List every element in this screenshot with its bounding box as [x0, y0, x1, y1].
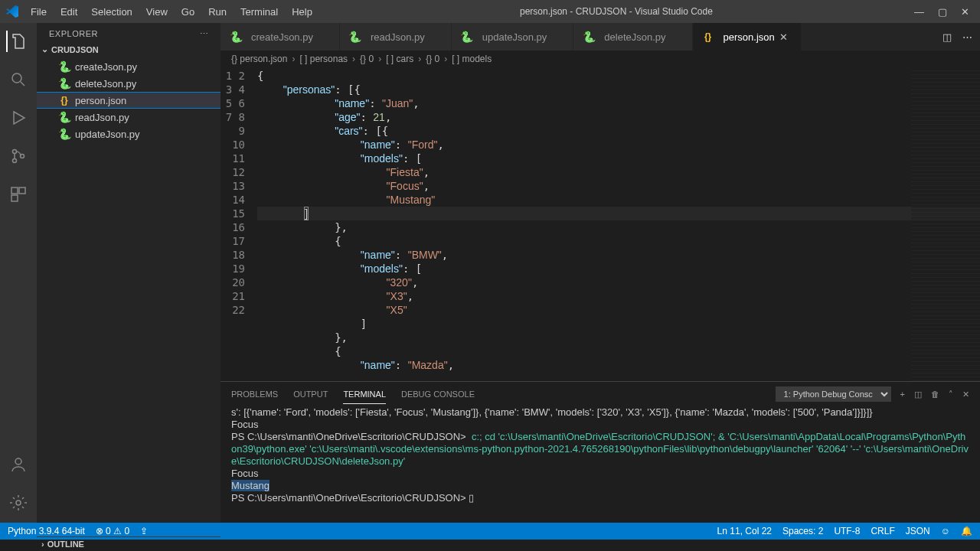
menu-selection[interactable]: Selection [85, 3, 138, 21]
py-file-icon [58, 77, 70, 90]
breadcrumb-segment[interactable]: [ ] cars [386, 54, 413, 64]
file-person.json[interactable]: person.json [37, 92, 220, 109]
status-eol[interactable]: CRLF [871, 526, 894, 536]
project-header[interactable]: ⌄ CRUDJSON [37, 42, 220, 57]
line-gutter: 1 2 3 4 5 6 7 8 9 10 11 12 13 14 15 16 1… [220, 67, 257, 381]
files-icon[interactable] [6, 31, 28, 52]
split-terminal-icon[interactable]: ◫ [914, 385, 922, 404]
panel-tab-problems[interactable]: PROBLEMS [231, 385, 278, 403]
chevron-right-icon: › [41, 540, 44, 549]
status-encoding[interactable]: UTF-8 [834, 526, 860, 536]
panel-tab-debug console[interactable]: DEBUG CONSOLE [401, 385, 475, 403]
tab-readJson.py[interactable]: readJson.py✕ [340, 23, 452, 51]
svg-point-8 [16, 500, 21, 505]
tab-updateJson.py[interactable]: updateJson.py✕ [452, 23, 574, 51]
explorer-more-icon[interactable]: ⋯ [200, 29, 209, 39]
explorer-sidebar: EXPLORER ⋯ ⌄ CRUDJSON createJson.pydelet… [37, 23, 220, 523]
py-file-icon [58, 60, 70, 73]
menu-bar: FileEditSelectionViewGoRunTerminalHelp [24, 3, 318, 21]
status-feedback-icon[interactable]: ☺ [941, 526, 950, 536]
trash-icon[interactable]: 🗑 [931, 385, 939, 403]
svg-rect-6 [11, 195, 18, 201]
svg-point-1 [13, 150, 17, 154]
maximize-icon[interactable]: ▢ [938, 6, 947, 18]
status-cursor[interactable]: Ln 11, Col 22 [717, 526, 772, 536]
svg-point-7 [15, 458, 21, 465]
editor-more-icon[interactable]: ⋯ [962, 31, 972, 43]
status-lang[interactable]: JSON [906, 526, 930, 536]
svg-point-0 [12, 73, 21, 83]
status-share-icon[interactable]: ⇪ [140, 526, 148, 536]
breadcrumb[interactable]: {} person.json›[ ] personas›{} 0›[ ] car… [220, 51, 980, 67]
close-icon[interactable]: ✕ [961, 6, 969, 18]
source-control-icon[interactable] [8, 145, 29, 167]
outline-section[interactable]: › OUTLINE [37, 536, 220, 551]
file-updateJson.py[interactable]: updateJson.py [37, 126, 220, 142]
py-file-icon [349, 31, 361, 43]
vscode-logo-icon [6, 5, 18, 18]
svg-point-2 [13, 159, 17, 163]
minimize-icon[interactable]: — [914, 6, 924, 18]
breadcrumb-segment[interactable]: {} 0 [360, 54, 374, 64]
status-spaces[interactable]: Spaces: 2 [782, 526, 823, 536]
menu-run[interactable]: Run [202, 3, 233, 21]
window-title: person.json - CRUDJSON - Visual Studio C… [318, 6, 914, 17]
menu-file[interactable]: File [24, 3, 53, 21]
panel-tab-output[interactable]: OUTPUT [293, 385, 328, 403]
status-bell-icon[interactable]: 🔔 [961, 526, 972, 536]
py-file-icon [58, 128, 70, 140]
svg-rect-5 [19, 187, 25, 194]
split-editor-icon[interactable]: ◫ [942, 31, 952, 43]
menu-edit[interactable]: Edit [54, 3, 83, 21]
tab-createJson.py[interactable]: createJson.py✕ [220, 23, 340, 51]
status-problems[interactable]: ⊗ 0 ⚠ 0 [96, 526, 129, 536]
json-file-icon [58, 94, 70, 106]
svg-rect-4 [11, 187, 18, 194]
py-file-icon [583, 31, 595, 43]
breadcrumb-segment[interactable]: {} person.json [231, 54, 287, 64]
py-file-icon [230, 31, 242, 43]
breadcrumb-segment[interactable]: {} 0 [426, 54, 439, 64]
py-file-icon [461, 31, 473, 43]
new-terminal-icon[interactable]: + [900, 385, 905, 403]
menu-terminal[interactable]: Terminal [234, 3, 284, 21]
json-file-icon [702, 31, 714, 43]
code-editor[interactable]: { "personas": [{ "name": "Juan", "age": … [257, 67, 980, 381]
settings-gear-icon[interactable] [8, 492, 29, 514]
status-python[interactable]: Python 3.9.4 64-bit [8, 526, 85, 536]
chevron-up-icon[interactable]: ˄ [949, 385, 953, 404]
tab-person.json[interactable]: person.json✕ [693, 23, 802, 51]
py-file-icon [58, 111, 70, 123]
debug-icon[interactable] [8, 107, 29, 129]
menu-go[interactable]: Go [175, 3, 201, 21]
minimap[interactable] [911, 67, 980, 381]
terminal-selector[interactable]: 1: Python Debug Consc [776, 386, 891, 402]
chevron-down-icon: ⌄ [41, 44, 48, 54]
search-icon[interactable] [8, 69, 29, 90]
file-createJson.py[interactable]: createJson.py [37, 58, 220, 75]
explorer-label: EXPLORER [49, 29, 98, 39]
extensions-icon[interactable] [8, 184, 29, 205]
menu-help[interactable]: Help [286, 3, 318, 21]
breadcrumb-segment[interactable]: [ ] personas [299, 54, 348, 64]
breadcrumb-segment[interactable]: [ ] models [452, 54, 492, 64]
file-deleteJson.py[interactable]: deleteJson.py [37, 75, 220, 92]
menu-view[interactable]: View [140, 3, 174, 21]
file-readJson.py[interactable]: readJson.py [37, 109, 220, 126]
tab-deleteJson.py[interactable]: deleteJson.py✕ [573, 23, 692, 51]
account-icon[interactable] [8, 454, 29, 475]
close-panel-icon[interactable]: ✕ [962, 385, 969, 404]
terminal[interactable]: s': [{'name': 'Ford', 'models': ['Fiesta… [220, 406, 980, 523]
tab-close-icon[interactable]: ✕ [779, 31, 792, 43]
panel-tab-terminal[interactable]: TERMINAL [343, 385, 386, 404]
